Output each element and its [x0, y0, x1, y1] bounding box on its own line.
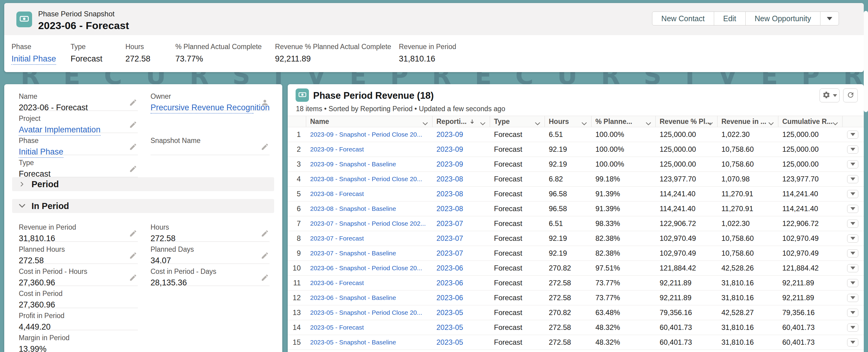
reporting-period-link[interactable]: 2023-08 [436, 175, 463, 183]
reporting-period-link[interactable]: 2023-07 [436, 219, 463, 228]
record-name-link[interactable]: 2023-08 - Forecast [310, 190, 364, 198]
table-body: 12023-09 - Snapshot - Period Close 20...… [288, 127, 864, 350]
edit-pencil-icon[interactable] [129, 229, 137, 237]
detail-field: PhaseInitial Phase [19, 133, 138, 155]
chevron-down-icon [768, 119, 774, 123]
record-name-link[interactable]: 2023-06 - Snapshot - Period Close 20... [310, 264, 422, 272]
reporting-period-link[interactable]: 2023-08 [436, 204, 463, 213]
cell-revenue_in_period: 31,810.16 [717, 338, 778, 347]
reporting-period-link[interactable]: 2023-06 [436, 279, 463, 287]
edit-pencil-icon[interactable] [261, 229, 269, 237]
row-actions-button[interactable] [847, 234, 858, 243]
column-header-pct[interactable]: % Planne... [591, 116, 656, 127]
action-button-new-contact[interactable]: New Contact [652, 11, 714, 25]
actions-column-header [842, 116, 864, 127]
record-name-link[interactable]: 2023-09 - Snapshot - Period Close 20... [310, 131, 422, 138]
field-label: Planned Hours [19, 245, 138, 254]
cell-revenue_pct_planned: 92,211.89 [656, 294, 717, 302]
detail-field: Cost in Period27,360.96 [19, 286, 138, 308]
action-button-edit[interactable]: Edit [714, 11, 746, 25]
section-period[interactable]: Period [12, 177, 274, 191]
record-name-link[interactable]: 2023-09 - Forecast [310, 146, 364, 153]
row-actions-button[interactable] [847, 160, 858, 169]
column-header-hours[interactable]: Hours [545, 116, 591, 127]
page-scrollbar-thumb[interactable] [864, 11, 868, 112]
reporting-period-link[interactable]: 2023-09 [436, 145, 463, 153]
refresh-button[interactable] [843, 88, 858, 102]
change-owner-icon[interactable] [261, 98, 269, 107]
reporting-period-link[interactable]: 2023-09 [436, 130, 463, 139]
record-name-link[interactable]: 2023-05 - Snapshot - Period Close 20... [310, 309, 422, 316]
cell-type: Forecast [490, 323, 545, 332]
edit-pencil-icon[interactable] [261, 252, 269, 260]
cell-revenue_pct_planned: 60,401.73 [656, 338, 717, 347]
edit-pencil-icon[interactable] [261, 273, 269, 282]
row-actions-button[interactable] [847, 205, 858, 213]
column-header-revpct[interactable]: Revenue % Pl... [656, 116, 717, 127]
record-name-link[interactable]: 2023-05 - Forecast [310, 324, 364, 331]
cell-hours: 272.58 [545, 279, 591, 287]
column-header-name[interactable]: Name [306, 116, 433, 127]
record-name-link[interactable]: 2023-07 - Forecast [310, 235, 364, 242]
record-name-link[interactable]: 2023-08 - Snapshot - Period Close 20... [310, 175, 422, 183]
cell-reporting_period: 2023-05 [433, 309, 490, 317]
detail-field: Revenue in Period31,810.16 [19, 219, 138, 242]
detail-field: ProjectAvatar Implementation [19, 111, 138, 133]
edit-pencil-icon[interactable] [129, 143, 137, 151]
row-actions-button[interactable] [847, 294, 858, 302]
column-header-type[interactable]: Type [490, 116, 545, 127]
row-actions-button[interactable] [847, 324, 858, 332]
row-actions-button[interactable] [847, 190, 858, 198]
field-value-link[interactable]: Initial Phase [11, 54, 56, 65]
cell-hours: 96.58 [545, 189, 591, 198]
row-actions-button[interactable] [847, 279, 858, 287]
edit-pencil-icon[interactable] [129, 165, 137, 173]
edit-pencil-icon[interactable] [129, 121, 137, 129]
cell-hours: 96.58 [545, 204, 591, 213]
reporting-period-link[interactable]: 2023-05 [436, 338, 463, 346]
row-actions-button[interactable] [847, 145, 858, 154]
action-button-new-opportunity[interactable]: New Opportunity [745, 11, 820, 25]
edit-pencil-icon[interactable] [261, 143, 269, 151]
reporting-period-link[interactable]: 2023-07 [436, 234, 463, 242]
record-name-link[interactable]: 2023-07 - Snapshot - Period Close 202... [310, 220, 426, 227]
row-actions-button[interactable] [847, 130, 858, 139]
row-actions-button[interactable] [847, 175, 858, 183]
record-name-link[interactable]: 2023-07 - Snapshot - Baseline [310, 250, 396, 257]
edit-pencil-icon[interactable] [129, 273, 137, 282]
cell-actions [842, 145, 864, 154]
reporting-period-link[interactable]: 2023-07 [436, 249, 463, 257]
record-name-link[interactable]: 2023-08 - Snapshot - Baseline [310, 205, 396, 212]
cell-type: Forecast [490, 249, 545, 258]
cell-cumulative_revenue: 125,000.00 [778, 160, 842, 169]
record-header-card: Phase Period Snapshot 2023-06 - Forecast… [4, 3, 864, 72]
row-actions-button[interactable] [847, 264, 858, 272]
edit-pencil-icon[interactable] [129, 98, 137, 107]
cell-pct_planned: 48.32% [591, 323, 656, 332]
row-actions-button[interactable] [847, 219, 858, 228]
reporting-period-link[interactable]: 2023-05 [436, 309, 463, 317]
column-header-cum[interactable]: Cumulative R... [778, 116, 842, 127]
record-name-link[interactable]: 2023-06 - Snapshot - Baseline [310, 294, 396, 301]
list-settings-button[interactable] [819, 88, 840, 102]
record-name-link[interactable]: 2023-05 - Snapshot - Baseline [310, 339, 396, 346]
cell-reporting_period: 2023-08 [433, 189, 490, 198]
section-in-period[interactable]: In Period [12, 199, 274, 213]
reporting-period-link[interactable]: 2023-05 [436, 323, 463, 331]
reporting-period-link[interactable]: 2023-09 [436, 160, 463, 168]
row-actions-button[interactable] [847, 309, 858, 317]
record-name-link[interactable]: 2023-06 - Forecast [310, 279, 364, 287]
row-actions-button[interactable] [847, 249, 858, 258]
reporting-period-link[interactable]: 2023-06 [436, 264, 463, 272]
reporting-period-link[interactable]: 2023-06 [436, 294, 463, 302]
column-header-period[interactable]: Reporti... [433, 116, 490, 127]
edit-pencil-icon[interactable] [129, 252, 137, 260]
cell-revenue_in_period: 1,022.30 [717, 130, 778, 139]
cell-reporting_period: 2023-09 [433, 160, 490, 169]
reporting-period-link[interactable]: 2023-08 [436, 189, 463, 198]
row-actions-button[interactable] [847, 339, 858, 347]
more-actions-button[interactable] [820, 11, 839, 25]
dropdown-triangle-icon [850, 311, 855, 314]
record-name-link[interactable]: 2023-09 - Snapshot - Baseline [310, 160, 396, 168]
column-header-revin[interactable]: Revenue in ... [717, 116, 778, 127]
